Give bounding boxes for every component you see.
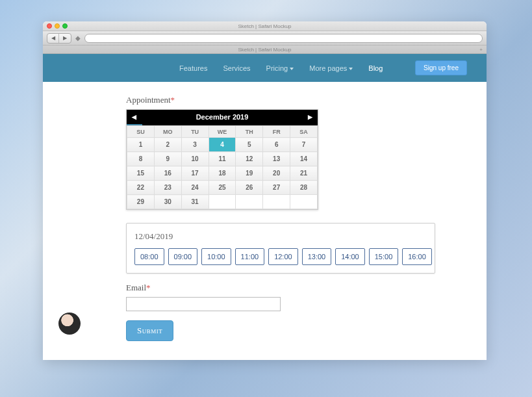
forward-button[interactable]: ▶ bbox=[59, 34, 71, 43]
page-body: Appointment* ◀ December 2019 ▶ SUMOTUWET… bbox=[43, 82, 487, 341]
submit-button[interactable]: Submit bbox=[126, 320, 173, 341]
calendar-day[interactable]: 10 bbox=[181, 152, 209, 166]
calendar-day[interactable]: 7 bbox=[290, 138, 318, 152]
calendar-day[interactable]: 11 bbox=[209, 152, 236, 166]
browser-toolbar: ◀ ▶ ◆ bbox=[43, 31, 487, 45]
chevron-down-icon bbox=[349, 68, 353, 70]
calendar-day bbox=[209, 195, 236, 209]
time-slot[interactable]: 11:00 bbox=[235, 248, 265, 265]
calendar-day[interactable]: 31 bbox=[181, 195, 209, 209]
time-box: 12/04/2019 08:0009:0010:0011:0012:0013:0… bbox=[126, 223, 435, 274]
calendar-day[interactable]: 23 bbox=[154, 181, 181, 195]
selected-date: 12/04/2019 bbox=[134, 231, 427, 242]
calendar-dayname: SA bbox=[290, 126, 318, 138]
page-content: Features Services Pricing More pages Blo… bbox=[43, 54, 487, 360]
calendar-dayname: WE bbox=[209, 126, 236, 138]
browser-window: Sketch | Safari Mockup ◀ ▶ ◆ Sketch | Sa… bbox=[43, 21, 487, 360]
calendar: ◀ December 2019 ▶ SUMOTUWETHFRSA 1234567… bbox=[126, 109, 318, 210]
calendar-day[interactable]: 27 bbox=[263, 181, 290, 195]
zoom-icon[interactable] bbox=[62, 23, 68, 29]
minimize-icon[interactable] bbox=[55, 23, 60, 29]
calendar-day[interactable]: 9 bbox=[154, 152, 181, 166]
calendar-day[interactable]: 30 bbox=[154, 195, 181, 209]
calendar-day[interactable]: 21 bbox=[290, 166, 318, 181]
top-nav: Features Services Pricing More pages Blo… bbox=[43, 54, 487, 82]
email-field[interactable] bbox=[126, 297, 281, 311]
calendar-day[interactable]: 16 bbox=[154, 166, 181, 181]
nav-pricing[interactable]: Pricing bbox=[266, 64, 294, 72]
nav-segment: ◀ ▶ bbox=[47, 33, 71, 44]
nav-features[interactable]: Features bbox=[179, 64, 207, 72]
calendar-day[interactable]: 15 bbox=[127, 166, 155, 181]
calendar-day bbox=[290, 195, 318, 209]
calendar-day[interactable]: 22 bbox=[127, 181, 155, 195]
calendar-header: ◀ December 2019 ▶ bbox=[127, 110, 318, 124]
calendar-day bbox=[236, 195, 263, 209]
calendar-dayname: TH bbox=[236, 126, 263, 138]
calendar-month: December 2019 bbox=[196, 113, 249, 121]
calendar-day[interactable]: 29 bbox=[127, 195, 155, 209]
time-slots: 08:0009:0010:0011:0012:0013:0014:0015:00… bbox=[134, 248, 427, 265]
calendar-day[interactable]: 19 bbox=[236, 166, 263, 181]
calendar-day[interactable]: 4 bbox=[209, 138, 236, 152]
nav-more[interactable]: More pages bbox=[309, 64, 353, 72]
calendar-dayname: SU bbox=[127, 126, 155, 138]
url-input[interactable] bbox=[84, 34, 483, 43]
calendar-day[interactable]: 17 bbox=[181, 166, 209, 181]
calendar-prev-icon[interactable]: ◀ bbox=[132, 114, 136, 120]
nav-links: Features Services Pricing More pages Blo… bbox=[179, 64, 383, 72]
titlebar: Sketch | Safari Mockup bbox=[43, 21, 487, 31]
calendar-day[interactable]: 3 bbox=[181, 138, 209, 152]
calendar-grid: SUMOTUWETHFRSA 1234567891011121314151617… bbox=[127, 125, 318, 209]
chevron-down-icon bbox=[290, 68, 294, 70]
calendar-dayname: FR bbox=[263, 126, 290, 138]
signup-button[interactable]: Sign up free bbox=[415, 60, 467, 75]
tab-bar: Sketch | Safari Mockup bbox=[43, 45, 487, 54]
time-slot[interactable]: 14:00 bbox=[335, 248, 365, 265]
calendar-dayname: TU bbox=[181, 126, 209, 138]
close-icon[interactable] bbox=[47, 23, 52, 29]
tab-title[interactable]: Sketch | Safari Mockup bbox=[238, 47, 291, 53]
calendar-day[interactable]: 5 bbox=[236, 138, 263, 152]
calendar-day[interactable]: 8 bbox=[127, 152, 155, 166]
traffic-lights bbox=[47, 23, 68, 29]
appointment-label: Appointment* bbox=[126, 95, 487, 105]
email-label-text: Email bbox=[126, 283, 146, 292]
nav-more-label: More pages bbox=[309, 64, 347, 72]
nav-blog[interactable]: Blog bbox=[368, 64, 383, 72]
calendar-day[interactable]: 20 bbox=[263, 166, 290, 181]
calendar-day[interactable]: 24 bbox=[181, 181, 209, 195]
time-slot[interactable]: 08:00 bbox=[134, 248, 164, 265]
time-slot[interactable]: 13:00 bbox=[302, 248, 332, 265]
back-button[interactable]: ◀ bbox=[47, 34, 59, 43]
calendar-day[interactable]: 25 bbox=[209, 181, 236, 195]
required-marker: * bbox=[171, 95, 175, 105]
calendar-day[interactable]: 26 bbox=[236, 181, 263, 195]
calendar-day bbox=[263, 195, 290, 209]
calendar-day[interactable]: 18 bbox=[209, 166, 236, 181]
calendar-day[interactable]: 12 bbox=[236, 152, 263, 166]
appointment-label-text: Appointment bbox=[126, 95, 171, 105]
time-slot[interactable]: 16:00 bbox=[402, 248, 432, 265]
calendar-dayname: MO bbox=[154, 126, 181, 138]
calendar-day[interactable]: 2 bbox=[154, 138, 181, 152]
calendar-day[interactable]: 14 bbox=[290, 152, 318, 166]
window-title: Sketch | Safari Mockup bbox=[238, 23, 291, 29]
calendar-day[interactable]: 1 bbox=[127, 138, 155, 152]
calendar-day[interactable]: 28 bbox=[290, 181, 318, 195]
calendar-day[interactable]: 6 bbox=[263, 138, 290, 152]
nav-pricing-label: Pricing bbox=[266, 64, 288, 72]
time-slot[interactable]: 10:00 bbox=[201, 248, 231, 265]
nav-services[interactable]: Services bbox=[223, 64, 250, 72]
time-slot[interactable]: 09:00 bbox=[168, 248, 198, 265]
email-label: Email* bbox=[126, 283, 487, 293]
calendar-day[interactable]: 13 bbox=[263, 152, 290, 166]
bookmark-icon[interactable]: ◆ bbox=[75, 34, 81, 42]
avatar[interactable] bbox=[58, 313, 81, 335]
email-section: Email* bbox=[126, 283, 487, 311]
calendar-next-icon[interactable]: ▶ bbox=[308, 114, 312, 120]
time-slot[interactable]: 15:00 bbox=[369, 248, 399, 265]
required-marker: * bbox=[146, 283, 151, 292]
time-slot[interactable]: 12:00 bbox=[268, 248, 298, 265]
